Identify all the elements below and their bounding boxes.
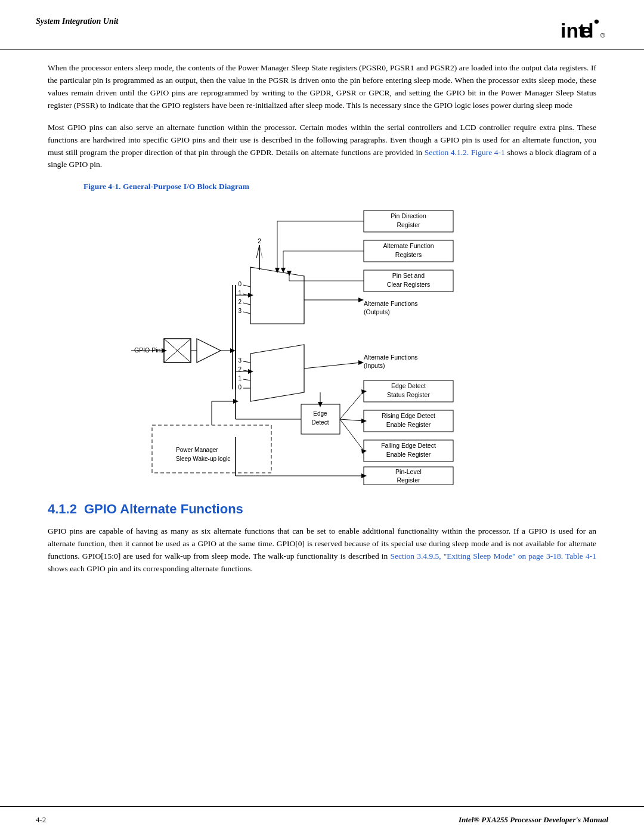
- svg-text:Power Manager: Power Manager: [176, 447, 218, 453]
- link-figure-41[interactable]: Figure 4-1: [471, 148, 505, 157]
- svg-marker-45: [250, 345, 304, 401]
- svg-line-39: [243, 312, 250, 314]
- page: System Integration Unit int l e ® When t…: [0, 0, 644, 833]
- svg-text:Enable Register: Enable Register: [386, 421, 431, 428]
- svg-text:Edge: Edge: [313, 410, 327, 417]
- svg-line-36: [243, 285, 250, 287]
- svg-text:Rising Edge Detect: Rising Edge Detect: [382, 412, 435, 419]
- figure-gpio-diagram: Pin Direction Register Alternate Functio…: [48, 199, 596, 487]
- svg-line-81: [340, 419, 364, 421]
- header-title: System Integration Unit: [36, 17, 118, 26]
- section-number: 4.1.2: [48, 501, 77, 517]
- svg-text:3: 3: [238, 357, 242, 364]
- svg-text:Pin Set and: Pin Set and: [392, 272, 425, 279]
- svg-text:(Outputs): (Outputs): [364, 308, 390, 315]
- svg-text:2: 2: [238, 299, 242, 305]
- svg-text:Clear Registers: Clear Registers: [387, 281, 430, 288]
- link-section-412[interactable]: Section 4.1.2.: [425, 148, 469, 157]
- svg-text:0: 0: [238, 281, 242, 287]
- svg-text:(Inputs): (Inputs): [364, 362, 385, 369]
- section-title: GPIO Alternate Functions: [84, 501, 243, 517]
- svg-text:Enable Register: Enable Register: [386, 451, 431, 458]
- svg-marker-55: [358, 360, 364, 365]
- gpio-block-diagram: Pin Direction Register Alternate Functio…: [48, 199, 465, 485]
- svg-text:Edge Detect: Edge Detect: [391, 382, 426, 389]
- main-content: When the processor enters sleep mode, th…: [0, 62, 644, 575]
- svg-text:Register: Register: [397, 221, 420, 228]
- footer-document-title: Intel® PXA255 Processor Developer's Manu…: [459, 815, 608, 825]
- svg-text:2: 2: [258, 237, 261, 244]
- svg-text:Pin-Level: Pin-Level: [395, 468, 422, 475]
- svg-text:Register: Register: [397, 476, 420, 484]
- figure-caption: Figure 4-1. General-Purpose I/O Block Di…: [83, 182, 596, 191]
- svg-line-38: [243, 303, 250, 305]
- svg-marker-31: [250, 267, 304, 324]
- svg-text:Falling Edge Detect: Falling Edge Detect: [381, 442, 436, 449]
- section-heading-412: 4.1.2 GPIO Alternate Functions: [48, 501, 596, 517]
- paragraph-sleep-mode: When the processor enters sleep mode, th…: [48, 62, 596, 112]
- svg-text:1: 1: [238, 375, 242, 382]
- svg-line-54: [304, 363, 361, 368]
- svg-text:Detect: Detect: [312, 419, 329, 426]
- svg-text:0: 0: [238, 384, 242, 391]
- svg-text:Pin Direction: Pin Direction: [391, 212, 426, 219]
- svg-text:e: e: [581, 19, 592, 42]
- footer-page-number: 4-2: [36, 815, 46, 825]
- svg-text:Status Register: Status Register: [387, 391, 430, 398]
- svg-text:Sleep Wake-up logic: Sleep Wake-up logic: [176, 456, 230, 462]
- page-footer: 4-2 Intel® PXA255 Processor Developer's …: [0, 806, 644, 833]
- svg-text:®: ®: [600, 32, 605, 39]
- paragraph-alternate-function: Most GPIO pins can also serve an alterna…: [48, 122, 596, 172]
- svg-line-79: [340, 391, 364, 419]
- svg-point-3: [595, 20, 599, 24]
- svg-line-50: [243, 361, 250, 363]
- paragraph-gpio-alternate: GPIO pins are capable of having as many …: [48, 525, 596, 575]
- svg-text:Alternate Function: Alternate Function: [383, 242, 434, 249]
- svg-text:GPIO Pin: GPIO Pin: [134, 346, 161, 354]
- svg-marker-63: [197, 339, 221, 363]
- svg-line-52: [243, 379, 250, 380]
- svg-marker-41: [358, 298, 364, 302]
- svg-line-83: [340, 419, 364, 451]
- page-header: System Integration Unit int l e ®: [0, 0, 644, 50]
- intel-logo: int l e ®: [561, 17, 608, 44]
- svg-text:Alternate Functions: Alternate Functions: [364, 354, 417, 361]
- link-section-3495[interactable]: Section 3.4.9.5, "Exiting Sleep Mode" on…: [391, 552, 564, 561]
- svg-text:Alternate Functions: Alternate Functions: [364, 300, 417, 307]
- svg-text:Registers: Registers: [395, 251, 422, 258]
- link-table-41[interactable]: Table 4-1: [565, 552, 596, 561]
- svg-text:3: 3: [238, 308, 242, 314]
